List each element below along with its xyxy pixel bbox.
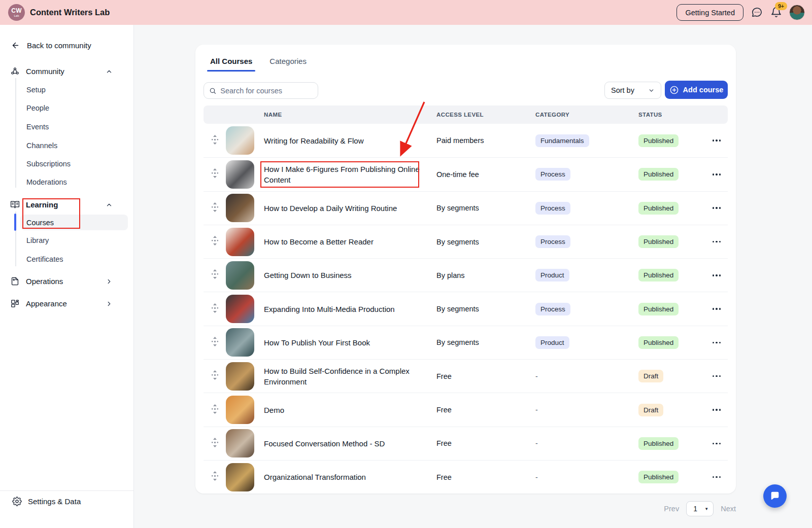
sidebar-section-learning[interactable]: Learning: [10, 200, 124, 209]
next-page-button[interactable]: Next: [721, 505, 736, 513]
course-name[interactable]: How to Build Self-Confidence in a Comple…: [264, 366, 436, 387]
sidebar-item-setup[interactable]: Setup: [26, 86, 46, 94]
row-actions-menu-icon[interactable]: [713, 375, 728, 377]
tab-categories[interactable]: Categories: [269, 57, 307, 72]
course-access-level: By segments: [436, 238, 535, 246]
drag-handle-icon[interactable]: [212, 202, 218, 214]
course-name[interactable]: Focused Conversation Method - SD: [264, 438, 436, 449]
search-input[interactable]: [220, 87, 313, 95]
row-actions-menu-icon[interactable]: [713, 139, 728, 142]
drag-handle-icon[interactable]: [212, 168, 218, 180]
course-name[interactable]: How to Become a Better Reader: [264, 236, 436, 247]
sidebar-item-channels[interactable]: Channels: [26, 142, 57, 150]
chevron-right-icon: [106, 278, 113, 285]
table-row: How to Become a Better ReaderBy segments…: [204, 225, 728, 258]
sidebar-item-certificates[interactable]: Certificates: [26, 255, 63, 263]
add-course-button[interactable]: Add course: [665, 81, 728, 99]
drag-handle-icon[interactable]: [212, 337, 218, 348]
messages-icon[interactable]: [751, 7, 763, 19]
course-thumbnail[interactable]: [226, 228, 264, 256]
section-label: Operations: [26, 277, 63, 286]
community-logo[interactable]: CW Lab: [8, 4, 25, 21]
admin-sidebar: Back to community Community Setup People…: [0, 25, 134, 528]
sidebar-section-operations[interactable]: Operations: [10, 276, 124, 286]
sort-by-dropdown[interactable]: Sort by: [604, 82, 661, 99]
sidebar-item-people[interactable]: People: [26, 104, 49, 112]
course-thumbnail[interactable]: [226, 261, 264, 290]
drag-handle-icon[interactable]: [212, 303, 218, 315]
drag-handle-icon[interactable]: [212, 370, 218, 382]
back-to-community-link[interactable]: Back to community: [11, 41, 91, 50]
plus-circle-icon: [669, 85, 679, 95]
drag-handle-icon[interactable]: [212, 438, 218, 449]
course-name[interactable]: Expanding Into Multi-Media Production: [264, 304, 436, 314]
drag-handle-icon[interactable]: [212, 269, 218, 281]
drag-handle-icon[interactable]: [212, 471, 218, 483]
course-search[interactable]: [204, 82, 318, 99]
course-name[interactable]: How I Make 6-Figures From Publishing Onl…: [264, 164, 436, 185]
row-actions-menu-icon[interactable]: [713, 308, 728, 310]
course-thumbnail[interactable]: [226, 396, 264, 424]
sidebar-section-appearance[interactable]: Appearance: [10, 299, 124, 308]
tab-all-courses[interactable]: All Courses: [210, 57, 252, 72]
settings-label: Settings & Data: [28, 497, 81, 506]
table-row: How to Build Self-Confidence in a Comple…: [204, 359, 728, 393]
course-name[interactable]: Getting Down to Business: [264, 270, 436, 280]
course-status-badge: Draft: [638, 370, 663, 382]
course-thumbnail[interactable]: [226, 126, 264, 155]
table-row: How To Publish Your First BookBy segment…: [204, 326, 728, 359]
row-actions-menu-icon[interactable]: [713, 241, 728, 243]
course-thumbnail[interactable]: [226, 362, 264, 391]
add-course-label: Add course: [683, 86, 724, 94]
table-row: How I Make 6-Figures From Publishing Onl…: [204, 157, 728, 191]
user-avatar[interactable]: [789, 5, 805, 20]
row-actions-menu-icon[interactable]: [713, 409, 728, 411]
course-name[interactable]: How to Develop a Daily Writing Routine: [264, 203, 436, 214]
prev-page-button[interactable]: Prev: [664, 505, 679, 513]
community-icon: [10, 66, 20, 76]
sidebar-item-subscriptions[interactable]: Subscriptions: [26, 160, 71, 168]
course-thumbnail[interactable]: [226, 160, 264, 189]
course-name[interactable]: Demo: [264, 405, 436, 415]
course-name[interactable]: Organizational Transformation: [264, 472, 436, 482]
table-row: Expanding Into Multi-Media ProductionBy …: [204, 292, 728, 325]
community-title: Content Writers Lab: [30, 8, 110, 17]
course-access-level: By segments: [436, 338, 535, 346]
drag-handle-icon[interactable]: [212, 135, 218, 147]
page-number-select[interactable]: 1 ▼: [686, 501, 714, 516]
course-status-badge: Draft: [638, 404, 663, 416]
notifications-bell-icon[interactable]: 9+: [770, 7, 782, 19]
course-status-badge: Published: [638, 437, 679, 450]
course-thumbnail[interactable]: [226, 194, 264, 222]
course-name[interactable]: Writing for Readability & Flow: [264, 135, 436, 146]
course-thumbnail[interactable]: [226, 328, 264, 357]
course-thumbnail[interactable]: [226, 429, 264, 457]
column-header-status: STATUS: [638, 112, 704, 118]
sidebar-item-moderations[interactable]: Moderations: [26, 178, 67, 186]
getting-started-button[interactable]: Getting Started: [676, 4, 743, 21]
support-chat-button[interactable]: [763, 484, 787, 508]
table-row: Getting Down to BusinessBy plansProductP…: [204, 258, 728, 292]
table-row: Writing for Readability & FlowPaid membe…: [204, 124, 728, 157]
course-thumbnail[interactable]: [226, 463, 264, 491]
course-access-level: Free: [436, 439, 535, 447]
sidebar-divider: [0, 490, 133, 491]
sidebar-item-library[interactable]: Library: [26, 236, 49, 244]
row-actions-menu-icon[interactable]: [713, 274, 728, 276]
course-thumbnail[interactable]: [226, 295, 264, 323]
sidebar-section-community[interactable]: Community: [10, 66, 124, 76]
row-actions-menu-icon[interactable]: [713, 173, 728, 175]
row-actions-menu-icon[interactable]: [713, 342, 728, 344]
sidebar-item-courses[interactable]: Courses: [20, 215, 128, 230]
course-category-badge: Process: [535, 168, 570, 181]
row-actions-menu-icon[interactable]: [713, 207, 728, 209]
sidebar-item-events[interactable]: Events: [26, 123, 49, 131]
drag-handle-icon[interactable]: [212, 404, 218, 416]
course-status-badge: Published: [638, 134, 679, 147]
settings-and-data-link[interactable]: Settings & Data: [12, 497, 81, 506]
row-actions-menu-icon[interactable]: [713, 476, 728, 478]
course-name[interactable]: How To Publish Your First Book: [264, 337, 436, 348]
search-icon: [209, 87, 216, 95]
row-actions-menu-icon[interactable]: [713, 443, 728, 445]
drag-handle-icon[interactable]: [212, 236, 218, 248]
